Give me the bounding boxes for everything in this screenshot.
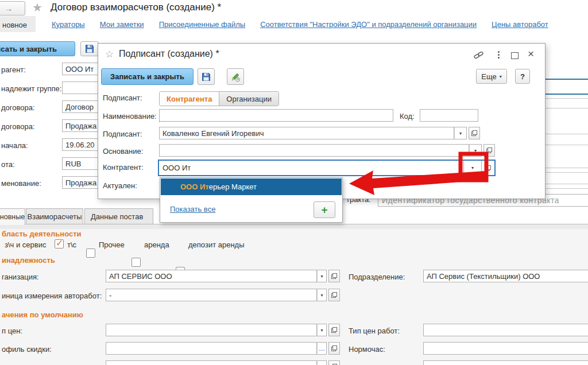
- org-label: ганизация:: [2, 273, 39, 281]
- link-icon[interactable]: [474, 51, 484, 61]
- basis-open-button[interactable]: [483, 144, 495, 157]
- section-title-defaults: ачения по умолчанию: [2, 310, 83, 319]
- price-type-dropdown-button[interactable]: ▾: [317, 324, 327, 336]
- unit-open-button[interactable]: [328, 289, 340, 301]
- code-input[interactable]: [420, 109, 478, 122]
- org-open-button[interactable]: [328, 270, 340, 282]
- work-price-type-field[interactable]: [423, 324, 588, 336]
- kontragent-field-bg[interactable]: ООО Ит: [62, 63, 102, 75]
- menu-dots-icon[interactable]: [498, 51, 500, 59]
- more-label: Еще: [481, 72, 496, 81]
- field-label: договора:: [1, 122, 35, 131]
- tab-osnovnoe[interactable]: новное: [0, 16, 36, 32]
- signer-field[interactable]: Коваленко Евгений Игоревич: [159, 127, 454, 139]
- bottom-cut-combo: ▾: [106, 360, 340, 365]
- tab-prisoedinennye-fajly[interactable]: Присоединенные файлы: [159, 20, 246, 29]
- open-icon: [471, 130, 477, 136]
- open-icon: [331, 345, 337, 351]
- toggle-kontragenta[interactable]: Контрагента: [160, 92, 219, 106]
- checkbox-prochee[interactable]: [86, 248, 95, 258]
- save-icon: [85, 44, 94, 53]
- modal-write-comment-button[interactable]: [227, 68, 244, 85]
- bottom-cut-field[interactable]: [106, 360, 317, 365]
- checkbox-arenda[interactable]: [131, 258, 141, 267]
- actual-label: Актуален:: [103, 181, 137, 190]
- unit-field[interactable]: -: [106, 289, 317, 301]
- open-icon: [331, 292, 337, 298]
- page-title: Договор взаиморасчетов (создание) *: [51, 2, 221, 13]
- basis-label: Основание:: [103, 147, 143, 156]
- bottom-cut-open-button[interactable]: [328, 360, 340, 365]
- dropdown-item-iterer-market[interactable]: ООО Итерьер Маркет: [161, 178, 342, 195]
- checkbox-label-depozit-arendy: депозит аренды: [188, 240, 245, 249]
- signer-dropdown-button[interactable]: ▾: [454, 127, 467, 139]
- vid-dogovora-field-bg[interactable]: Продажа: [62, 119, 102, 132]
- lower-tab-dannye-postavshika[interactable]: Данные постав: [84, 208, 153, 224]
- unit-label: иница измерения авторабот:: [2, 292, 102, 300]
- tab-sootvetstviya-edo[interactable]: Соответствия "Настройки ЭДО" и подраздел…: [260, 20, 477, 29]
- bottom-cut-dropdown-button[interactable]: ▾: [317, 360, 327, 365]
- basis-dropdown-button[interactable]: ▾: [469, 144, 482, 157]
- signer-open-button[interactable]: [469, 127, 480, 139]
- show-all-link[interactable]: Показать все: [170, 205, 215, 213]
- norm-hour-field[interactable]: [423, 342, 588, 355]
- unit-dropdown-button[interactable]: ▾: [317, 289, 327, 301]
- tab-kuratory[interactable]: Кураторы: [52, 20, 85, 29]
- maximize-icon[interactable]: [511, 52, 519, 59]
- toggle-organizacii[interactable]: Организации: [219, 92, 278, 106]
- modal-favorite-star-icon[interactable]: ☆: [105, 48, 114, 60]
- forward-button[interactable]: →: [0, 1, 25, 15]
- open-icon: [486, 147, 492, 153]
- signer-combo: Коваленко Евгений Игоревич ▾: [159, 127, 480, 139]
- discount-profile-field[interactable]: [106, 342, 317, 355]
- tab-moi-zametki[interactable]: Мои заметки: [100, 20, 144, 29]
- field-label: ота:: [1, 160, 15, 169]
- add-button[interactable]: +: [314, 201, 335, 218]
- name-label: Наименование:: [103, 112, 157, 121]
- naimenovanie-field-bg[interactable]: Продажа: [62, 176, 102, 189]
- unit-combo: - ▾: [106, 289, 340, 301]
- price-type-label: п цен:: [2, 327, 22, 335]
- modal-save-close-button[interactable]: Записать и закрыть: [101, 68, 194, 85]
- data-nachala-field-bg[interactable]: 19.06.20: [62, 138, 102, 151]
- basis-field[interactable]: [159, 144, 469, 157]
- division-label: Подразделение:: [349, 273, 405, 281]
- signer-type-label: Подписант:: [103, 94, 142, 102]
- modal-more-button[interactable]: Еще ▾: [476, 69, 507, 84]
- tab-ceny-avtorabot[interactable]: Цены авторабот: [492, 20, 548, 29]
- bottom-cut-right-field[interactable]: [423, 360, 588, 365]
- org-dropdown-button[interactable]: ▾: [317, 270, 327, 282]
- discount-profile-label: офиль скидки:: [2, 345, 52, 354]
- counterparty-input[interactable]: ООО Ит: [159, 161, 463, 175]
- modal-help-button[interactable]: ?: [515, 69, 530, 84]
- price-type-open-button[interactable]: [328, 324, 340, 336]
- counterparty-dropdown-button[interactable]: ▾: [463, 161, 482, 175]
- open-icon: [331, 273, 337, 279]
- discount-profile-ellipsis-button[interactable]: …: [317, 342, 327, 355]
- field-label: менование:: [1, 179, 41, 188]
- match-text: ООО Ит: [180, 182, 209, 191]
- counterparty-open-button[interactable]: [482, 161, 494, 175]
- checkbox-ts[interactable]: [55, 239, 64, 248]
- save-close-button-bg[interactable]: Записать и закрыть: [0, 41, 75, 56]
- org-field[interactable]: АП СЕРВИС ООО: [106, 270, 317, 282]
- close-icon[interactable]: ×: [528, 48, 534, 60]
- section-title-belonging: инадлежность: [2, 256, 55, 265]
- lower-tab-osnovnye[interactable]: новные: [0, 208, 25, 225]
- counterparty-dropdown-list: ООО Итерьер Маркет Показать все +: [160, 177, 343, 223]
- group-field-bg[interactable]: [62, 81, 102, 94]
- field-label: рагент:: [1, 65, 26, 74]
- signer-label: Подписант:: [103, 130, 142, 138]
- price-type-field[interactable]: [106, 324, 317, 336]
- name-input[interactable]: [159, 109, 393, 122]
- division-field[interactable]: АП Сервис (Текстильщики) ООО: [423, 270, 588, 282]
- dogovor-field-bg[interactable]: Договор: [62, 100, 102, 113]
- open-icon: [331, 327, 337, 333]
- modal-save-button[interactable]: [198, 68, 215, 85]
- favorite-star-icon[interactable]: ★: [32, 1, 42, 14]
- valuta-field-bg[interactable]: RUB: [62, 157, 102, 170]
- discount-profile-open-button[interactable]: [328, 342, 340, 355]
- save-button-bg[interactable]: [80, 41, 99, 56]
- lower-tab-vzaimoraschety[interactable]: Взаиморасчеты: [26, 208, 83, 224]
- section-title-activity: бласть деятельности: [2, 230, 82, 238]
